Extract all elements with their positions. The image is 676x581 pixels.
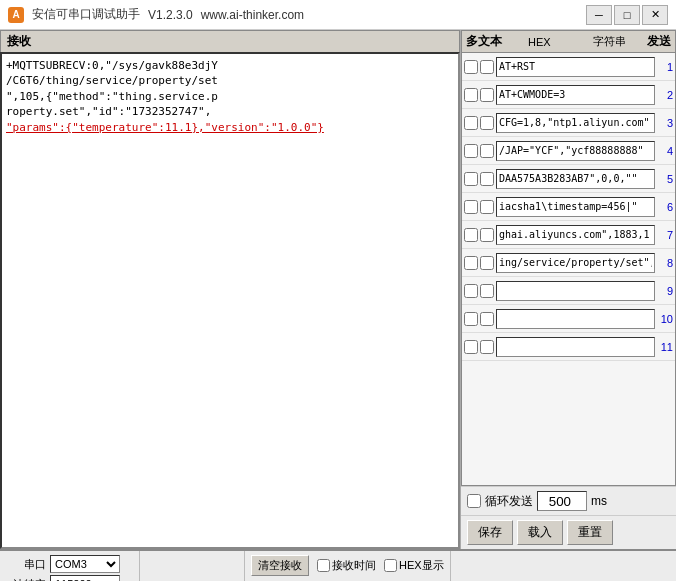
title-bar: A 安信可串口调试助手 V1.2.3.0 www.ai-thinker.com …	[0, 0, 676, 30]
row-text-input[interactable]	[496, 57, 655, 77]
clear-recv-label: 清空接收	[251, 555, 309, 576]
reset-button[interactable]: 重置	[567, 520, 613, 545]
receive-header: 接收	[0, 30, 460, 52]
row-select-checkbox[interactable]	[464, 312, 478, 326]
multi-text-send-label: 发送	[647, 33, 671, 50]
multi-text-row: 5	[462, 165, 675, 193]
row-send-number[interactable]: 2	[657, 89, 673, 101]
row-hex-checkbox[interactable]	[480, 116, 494, 130]
hex-display-checkbox[interactable]	[384, 559, 397, 572]
main-content: 接收 +MQTTSUBRECV:0,"/sys/gavk88e3djY/C6T6…	[0, 30, 676, 549]
clear-recv-button[interactable]: 清空接收	[251, 555, 309, 576]
row-text-input[interactable]	[496, 309, 655, 329]
row-hex-checkbox[interactable]	[480, 144, 494, 158]
row-hex-checkbox[interactable]	[480, 284, 494, 298]
save-button[interactable]: 保存	[467, 520, 513, 545]
app-icon: A	[8, 7, 24, 23]
row-text-input[interactable]	[496, 85, 655, 105]
row-text-input[interactable]	[496, 197, 655, 217]
panel-buttons: 隐藏面板 显示历史	[547, 551, 643, 581]
multi-text-row: 2	[462, 81, 675, 109]
load-button[interactable]: 载入	[517, 520, 563, 545]
row-text-input[interactable]	[496, 253, 655, 273]
multi-text-row: 10	[462, 305, 675, 333]
close-button[interactable]: ✕	[642, 5, 668, 25]
loop-row: 循环发送 ms	[461, 486, 676, 515]
row-send-number[interactable]: 4	[657, 145, 673, 157]
row-select-checkbox[interactable]	[464, 340, 478, 354]
row-select-checkbox[interactable]	[464, 88, 478, 102]
receive-area[interactable]: +MQTTSUBRECV:0,"/sys/gavk88e3djY/C6T6/th…	[0, 52, 460, 549]
bottom-area: 串口 COM3 波特率 115200 数据位 8 校验位 No	[0, 549, 676, 581]
row-send-number[interactable]: 3	[657, 117, 673, 129]
port-select[interactable]: COM3	[50, 555, 120, 573]
row-send-number[interactable]: 7	[657, 229, 673, 241]
row-select-checkbox[interactable]	[464, 172, 478, 186]
row-text-input[interactable]	[496, 141, 655, 161]
row-send-number[interactable]: 5	[657, 173, 673, 185]
row-hex-checkbox[interactable]	[480, 88, 494, 102]
row-send-number[interactable]: 8	[657, 257, 673, 269]
multi-text-btn-row: 保存 载入 重置	[461, 515, 676, 549]
row-hex-checkbox[interactable]	[480, 200, 494, 214]
baud-label: 波特率	[6, 577, 46, 582]
app-name: 安信可串口调试助手	[32, 6, 140, 23]
row-hex-checkbox[interactable]	[480, 312, 494, 326]
bottom-row1: 串口 COM3 波特率 115200 数据位 8 校验位 No	[0, 551, 676, 581]
multi-text-row: 4	[462, 137, 675, 165]
maximize-button[interactable]: □	[614, 5, 640, 25]
recv-options: 清空接收 接收时间 HEX显示 ✓ 自动执行	[245, 551, 451, 581]
row-send-number[interactable]: 10	[657, 313, 673, 325]
multi-text-title: 多文本	[466, 33, 502, 50]
row-select-checkbox[interactable]	[464, 60, 478, 74]
baud-select[interactable]: 115200	[50, 575, 120, 581]
port-row: 串口 COM3	[6, 555, 133, 573]
app-website: www.ai-thinker.com	[201, 8, 304, 22]
row-text-input[interactable]	[496, 281, 655, 301]
row-hex-checkbox[interactable]	[480, 228, 494, 242]
row-text-input[interactable]	[496, 113, 655, 133]
port-label: 串口	[6, 557, 46, 572]
multi-text-row: 3	[462, 109, 675, 137]
row-hex-checkbox[interactable]	[480, 256, 494, 270]
row-send-number[interactable]: 9	[657, 285, 673, 297]
row-text-input[interactable]	[496, 169, 655, 189]
multi-text-row: 1	[462, 53, 675, 81]
recv-time-checkbox[interactable]	[317, 559, 330, 572]
row-hex-checkbox[interactable]	[480, 172, 494, 186]
port-settings: 串口 COM3 波特率 115200 数据位 8 校验位 No	[0, 551, 140, 581]
row-text-input[interactable]	[496, 337, 655, 357]
row-select-checkbox[interactable]	[464, 284, 478, 298]
row-select-checkbox[interactable]	[464, 144, 478, 158]
row-select-checkbox[interactable]	[464, 200, 478, 214]
loop-send-checkbox[interactable]	[467, 494, 481, 508]
row-text-input[interactable]	[496, 225, 655, 245]
row-select-checkbox[interactable]	[464, 116, 478, 130]
recv-options-row1: 清空接收 接收时间 HEX显示	[251, 555, 444, 576]
baud-row: 波特率 115200	[6, 575, 133, 581]
receive-text: +MQTTSUBRECV:0,"/sys/gavk88e3djY/C6T6/th…	[6, 58, 454, 135]
row-send-number[interactable]: 6	[657, 201, 673, 213]
hex-display-label[interactable]: HEX显示	[384, 555, 444, 576]
multi-text-row: 11	[462, 333, 675, 361]
row-hex-checkbox[interactable]	[480, 340, 494, 354]
row-hex-checkbox[interactable]	[480, 60, 494, 74]
row-send-number[interactable]: 1	[657, 61, 673, 73]
left-panel: 接收 +MQTTSUBRECV:0,"/sys/gavk88e3djY/C6T6…	[0, 30, 461, 549]
multi-text-hex-label: HEX	[506, 36, 573, 48]
multi-text-char-label: 字符串	[577, 34, 644, 49]
row-select-checkbox[interactable]	[464, 256, 478, 270]
multi-text-header: 多文本 HEX 字符串 发送	[461, 30, 676, 52]
multi-text-row: 7	[462, 221, 675, 249]
multi-text-row: 9	[462, 277, 675, 305]
minimize-button[interactable]: ─	[586, 5, 612, 25]
mode-buttons: 运行模式 下载模式	[451, 551, 547, 581]
row-send-number[interactable]: 11	[657, 341, 673, 353]
center-buttons: 关闭串口 保存接收	[140, 551, 245, 581]
multi-text-list: 1234567891011	[461, 52, 676, 486]
app-version: V1.2.3.0	[148, 8, 193, 22]
recv-time-label[interactable]: 接收时间	[317, 555, 376, 576]
loop-ms-label: ms	[591, 494, 607, 508]
row-select-checkbox[interactable]	[464, 228, 478, 242]
loop-ms-input[interactable]	[537, 491, 587, 511]
